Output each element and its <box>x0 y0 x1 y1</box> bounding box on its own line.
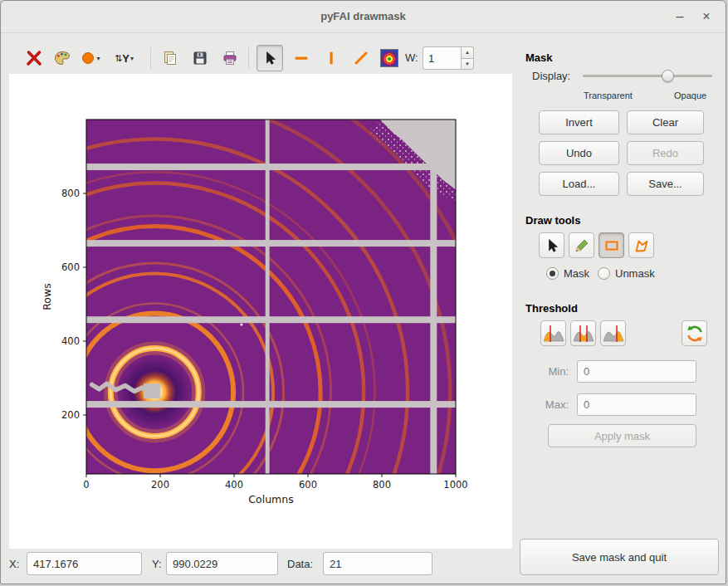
dropdown-arrow-icon: ▾ <box>130 55 134 62</box>
svg-text:800: 800 <box>61 188 80 199</box>
undo-button[interactable]: Undo <box>539 141 619 165</box>
threshold-between-button[interactable] <box>570 320 596 346</box>
profile-width-spinbox[interactable]: ▲ ▼ <box>423 46 476 70</box>
title-bar[interactable]: pyFAI drawmask – × <box>1 1 726 33</box>
slider-groove <box>583 75 712 77</box>
horizontal-profile-button[interactable] <box>288 45 315 71</box>
app-window: pyFAI drawmask – × ▾ ⇅ Y ▾ <box>0 0 726 584</box>
svg-text:600: 600 <box>299 479 317 491</box>
svg-text:600: 600 <box>61 261 80 273</box>
save-snapshot-button[interactable] <box>187 45 213 71</box>
dropdown-arrow-icon: ▾ <box>96 55 100 62</box>
histogram-between-icon <box>573 325 594 343</box>
threshold-below-button[interactable] <box>540 320 566 346</box>
y-coordinate-label: Y: <box>152 558 162 570</box>
line-profile-button[interactable] <box>348 45 374 71</box>
svg-text:Rows: Rows <box>41 283 53 310</box>
y-axis-direction-button[interactable]: ⇅ Y ▾ <box>110 45 137 71</box>
pointer-mode-button[interactable] <box>257 45 283 71</box>
svg-text:200: 200 <box>151 479 169 491</box>
clear-button[interactable]: Clear <box>627 110 704 134</box>
toolbar-separator <box>150 47 151 69</box>
refresh-icon <box>685 324 705 344</box>
horizontal-line-icon <box>293 50 310 66</box>
svg-text:Columns: Columns <box>248 493 293 505</box>
save-icon <box>192 50 208 66</box>
y-coordinate-field[interactable] <box>166 552 278 575</box>
pointer-icon <box>261 50 278 66</box>
opaque-label: Opaque <box>674 90 706 100</box>
svg-text:0: 0 <box>83 479 89 491</box>
draw-tools-title: Draw tools <box>525 214 580 227</box>
svg-text:1000: 1000 <box>443 479 467 491</box>
min-input[interactable] <box>577 360 696 383</box>
clear-profile-button[interactable] <box>21 45 47 71</box>
mask-radio[interactable] <box>546 267 559 280</box>
mask-radio-label[interactable]: Mask <box>564 267 589 280</box>
display-slider-handle[interactable] <box>662 70 674 82</box>
threshold-title: Threshold <box>525 302 578 315</box>
svg-text:200: 200 <box>61 409 80 421</box>
x-coordinate-field[interactable] <box>27 552 142 575</box>
pointer-icon <box>544 237 560 254</box>
histogram-below-icon <box>543 325 564 343</box>
copy-button[interactable] <box>157 45 183 71</box>
histogram-above-icon <box>603 325 624 343</box>
draw-tool-rectangle-button[interactable] <box>599 232 624 258</box>
x-coordinate-label: X: <box>9 558 19 570</box>
display-opacity-slider[interactable] <box>583 69 712 83</box>
draw-tool-pencil-button[interactable] <box>569 232 594 258</box>
load-mask-button[interactable]: Load... <box>539 172 619 196</box>
polygon-icon <box>633 237 650 254</box>
unmask-radio[interactable] <box>598 267 610 280</box>
red-x-icon <box>25 49 43 67</box>
reload-threshold-button[interactable] <box>682 320 707 346</box>
unmask-radio-label[interactable]: Unmask <box>615 267 655 280</box>
close-button[interactable]: × <box>697 7 716 26</box>
vertical-profile-button[interactable] <box>318 45 344 71</box>
toolbar-separator <box>248 47 249 69</box>
svg-text:800: 800 <box>373 479 391 491</box>
svg-text:400: 400 <box>225 479 243 491</box>
marker-style-button[interactable]: ▾ <box>77 45 104 71</box>
invert-button[interactable]: Invert <box>539 110 619 134</box>
display-label: Display: <box>532 70 570 82</box>
copy-icon <box>162 50 178 66</box>
print-button[interactable] <box>217 45 243 71</box>
plot-area[interactable]: 02004006008001000200400600800ColumnsRows <box>9 74 512 549</box>
redo-button: Redo <box>627 141 704 165</box>
colormap-preview-icon <box>380 49 398 67</box>
vertical-line-icon <box>323 50 340 66</box>
apply-mask-button: Apply mask <box>548 424 696 447</box>
save-mask-button[interactable]: Save... <box>627 172 704 196</box>
mask-section-title: Mask <box>525 51 553 64</box>
circle-marker-icon <box>81 51 95 66</box>
y-axis-arrows-icon: ⇅ <box>115 53 122 64</box>
draw-tool-pointer-button[interactable] <box>539 232 564 258</box>
min-label: Min: <box>537 365 569 378</box>
pencil-icon <box>574 237 590 254</box>
diffraction-plot[interactable]: 02004006008001000200400600800ColumnsRows <box>9 74 512 549</box>
draw-tool-polygon-button[interactable] <box>628 232 654 258</box>
max-input[interactable] <box>577 393 696 416</box>
max-label: Max: <box>537 398 569 411</box>
diagonal-line-icon <box>353 50 369 66</box>
profile-colormap-button[interactable] <box>376 45 403 71</box>
y-axis-icon: Y <box>122 52 129 65</box>
data-value-field[interactable] <box>323 552 432 575</box>
threshold-above-button[interactable] <box>600 320 626 346</box>
palette-icon <box>53 49 71 67</box>
data-value-label: Data: <box>287 558 313 570</box>
rectangle-icon <box>603 237 620 254</box>
print-icon <box>222 50 238 66</box>
spin-up-button[interactable]: ▲ <box>461 46 474 58</box>
transparent-label: Transparent <box>584 90 633 100</box>
svg-text:400: 400 <box>61 335 80 347</box>
width-input[interactable] <box>423 46 461 70</box>
window-title: pyFAI drawmask <box>1 10 726 22</box>
colormap-dialog-button[interactable] <box>49 45 76 71</box>
width-label: W: <box>405 51 418 64</box>
spin-down-button[interactable]: ▼ <box>461 58 474 71</box>
save-mask-quit-button[interactable]: Save mask and quit <box>520 539 719 575</box>
minimize-button[interactable]: – <box>671 7 689 26</box>
